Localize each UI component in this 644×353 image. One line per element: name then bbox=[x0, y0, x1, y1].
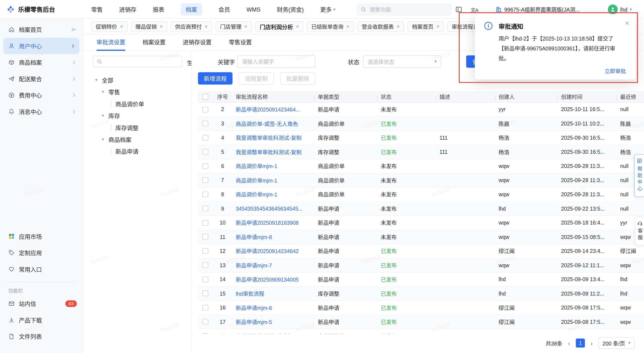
approval-flow-link[interactable]: 商品调价单-或签-无人角色 bbox=[232, 120, 315, 127]
page-size-select[interactable]: 200 条/页 ▾ bbox=[598, 337, 634, 349]
approval-flow-link[interactable]: 商品调价单mjm-1 bbox=[232, 162, 315, 170]
tab-close-icon[interactable]: × bbox=[204, 24, 208, 29]
approval-flow-link[interactable]: 新品申请mjm-5 bbox=[232, 318, 315, 326]
approval-flow-link[interactable]: 新品申请mjm-7 bbox=[232, 261, 315, 269]
approval-flow-link[interactable]: 新品申请20250918163908 bbox=[232, 219, 315, 227]
panel-toggle-icon[interactable] bbox=[455, 6, 462, 13]
approval-flow-link[interactable]: 商品调价单mjm-1 bbox=[232, 176, 315, 184]
customer-service-widget[interactable]: 客服 bbox=[635, 217, 644, 245]
approval-flow-link[interactable]: 新品申请mjm-8 bbox=[232, 233, 315, 241]
sidebar-item[interactable]: 费用中心 bbox=[0, 87, 83, 104]
nav-item-0[interactable]: 零售 bbox=[91, 5, 103, 13]
subtab-1[interactable]: 档案设置 bbox=[142, 34, 166, 51]
tree-search-input[interactable] bbox=[105, 58, 178, 65]
sidebar-item[interactable]: 站内信83 bbox=[0, 296, 83, 312]
approval-flow-link[interactable]: lhd审批流程 bbox=[232, 290, 315, 297]
tab-0[interactable]: 促销特价× bbox=[91, 21, 128, 32]
approval-flow-link[interactable]: 商品调价单mjm-1 bbox=[232, 190, 315, 198]
tab-close-icon[interactable]: × bbox=[397, 24, 400, 29]
row-checkbox[interactable] bbox=[202, 305, 208, 311]
tab-close-icon[interactable]: × bbox=[120, 24, 123, 29]
tree-node-6[interactable]: 新品申请 bbox=[93, 145, 191, 157]
collapse-sidebar-icon[interactable] bbox=[71, 26, 77, 32]
subtab-0[interactable]: 审批流设置 bbox=[96, 34, 125, 51]
close-icon[interactable]: × bbox=[625, 20, 629, 27]
nav-item-7[interactable]: 更多▾ bbox=[320, 5, 335, 13]
tree-search[interactable] bbox=[93, 56, 182, 67]
row-checkbox[interactable] bbox=[202, 163, 208, 169]
sidebar-item[interactable]: 档案首页 bbox=[0, 21, 83, 38]
select-all-checkbox[interactable] bbox=[202, 94, 208, 99]
row-checkbox[interactable] bbox=[202, 277, 208, 282]
subtab-3[interactable]: 零售设置 bbox=[229, 34, 252, 51]
sidebar-item[interactable]: 常用入口 bbox=[0, 261, 83, 278]
tree-node-0[interactable]: ▾全部 bbox=[93, 74, 191, 86]
tree-node-1[interactable]: ▾零售 bbox=[93, 86, 191, 98]
sidebar-item[interactable]: 用户中心 bbox=[3, 38, 79, 54]
row-checkbox[interactable] bbox=[202, 220, 208, 226]
approval-flow-link[interactable]: 我是调整单审批科测试-复制 bbox=[232, 148, 315, 156]
tab-close-icon[interactable]: × bbox=[160, 24, 163, 29]
language-icon[interactable]: 文A bbox=[471, 6, 478, 13]
tab-2[interactable]: 供应商预付× bbox=[170, 21, 212, 32]
nav-item-6[interactable]: 财务(资金) bbox=[277, 5, 304, 13]
row-checkbox[interactable] bbox=[202, 319, 208, 325]
approval-flow-link[interactable]: 新品申请20250914234642 bbox=[232, 247, 315, 255]
approve-now-link[interactable]: 立即审批 bbox=[604, 67, 626, 75]
sidebar-item[interactable]: 商品档案 bbox=[0, 54, 83, 71]
tab-1[interactable]: 赠品促销× bbox=[131, 21, 168, 32]
tree-node-5[interactable]: ▾商品档案 bbox=[93, 133, 191, 145]
row-checkbox[interactable] bbox=[202, 121, 208, 126]
tab-close-icon[interactable]: × bbox=[296, 24, 299, 29]
tab-7[interactable]: 档案首页× bbox=[408, 21, 444, 32]
row-checkbox[interactable] bbox=[202, 149, 208, 155]
row-checkbox[interactable] bbox=[202, 206, 208, 211]
nav-item-4[interactable]: 会员 bbox=[218, 5, 230, 13]
tree-node-4[interactable]: 库存调整 bbox=[93, 121, 191, 133]
tab-close-icon[interactable]: × bbox=[346, 24, 350, 29]
tab-4[interactable]: 门店利润分析× bbox=[255, 21, 304, 32]
help-center-widget[interactable]: 帮助中心 bbox=[634, 154, 644, 197]
global-search-input[interactable] bbox=[370, 6, 448, 13]
row-checkbox[interactable] bbox=[202, 262, 208, 268]
batch-delete-button[interactable]: 批量删除 bbox=[280, 72, 316, 84]
approval-flow-link[interactable]: 我是调整单审批科测试-复制 bbox=[232, 134, 315, 142]
row-checkbox[interactable] bbox=[202, 135, 208, 141]
tree-node-2[interactable]: 商品调价单 bbox=[93, 98, 191, 109]
nav-item-1[interactable]: 进销存 bbox=[119, 5, 136, 13]
row-checkbox[interactable] bbox=[202, 333, 208, 334]
approval-flow-link[interactable]: 新品申请mjm-6 bbox=[232, 304, 315, 311]
tab-close-icon[interactable]: × bbox=[436, 24, 440, 29]
sidebar-item[interactable]: 消息中心 bbox=[0, 103, 83, 120]
tab-3[interactable]: 门店管理× bbox=[216, 21, 252, 32]
sidebar-item[interactable]: 文件列表 bbox=[0, 328, 83, 345]
user-menu[interactable]: lhd ▾ bbox=[608, 4, 632, 14]
approval-flow-link[interactable]: 新品申请2025091423464... bbox=[232, 105, 315, 113]
next-page-button[interactable]: › bbox=[590, 340, 593, 346]
row-checkbox[interactable] bbox=[202, 234, 208, 240]
nav-item-2[interactable]: 报表 bbox=[153, 5, 164, 13]
status-select[interactable]: 请选择状态 ▾ bbox=[363, 55, 441, 67]
row-checkbox[interactable] bbox=[202, 177, 208, 183]
org-selector[interactable]: 99675-A组新界面果蔬版(JA测... bbox=[495, 5, 580, 13]
approval-flow-link[interactable]: 商品调价单-并联-(复制 bbox=[232, 332, 315, 334]
nav-item-5[interactable]: WMS bbox=[246, 6, 260, 13]
keyword-input[interactable] bbox=[238, 55, 316, 67]
nav-item-3[interactable]: 档案 bbox=[181, 3, 202, 15]
row-checkbox[interactable] bbox=[202, 107, 208, 112]
sidebar-item[interactable]: 产品下载 bbox=[0, 312, 83, 328]
row-checkbox[interactable] bbox=[202, 248, 208, 254]
row-checkbox[interactable] bbox=[202, 192, 208, 197]
current-page[interactable]: 1 bbox=[576, 339, 585, 348]
tab-5[interactable]: 已结账单查询× bbox=[307, 21, 354, 32]
approval-flow-link[interactable]: 345435354543645634545... bbox=[232, 205, 315, 212]
global-search[interactable] bbox=[356, 3, 452, 15]
subtab-2[interactable]: 进销存设置 bbox=[183, 34, 212, 51]
sidebar-item[interactable]: 配送聚合 bbox=[0, 70, 83, 87]
sidebar-item[interactable]: 应用市场 bbox=[0, 228, 83, 245]
tab-close-icon[interactable]: × bbox=[244, 24, 248, 29]
approval-flow-link[interactable]: 新品申请20250909134005 bbox=[232, 275, 315, 283]
prev-page-button[interactable]: ‹ bbox=[568, 340, 570, 346]
row-checkbox[interactable] bbox=[202, 291, 208, 296]
sidebar-item[interactable]: 定制应用 bbox=[0, 245, 83, 261]
